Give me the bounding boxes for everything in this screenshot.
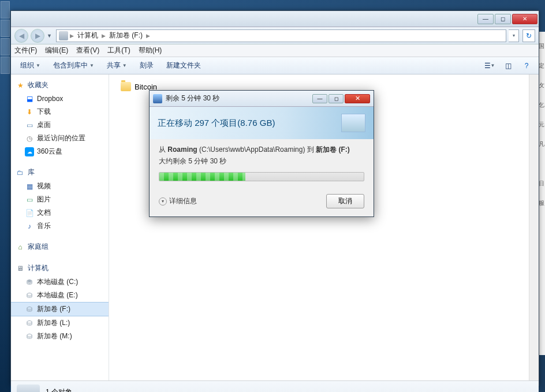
toolbar-include-library[interactable]: 包含到库中 ▼ [48,59,99,72]
navigation-row: ◀ ▶ ▼ ▶ 计算机 ▶ 新加卷 (F:) ▶ ▾ ↻ [11,27,539,44]
cloud-icon: ☁ [25,147,34,156]
dialog-eta-line: 大约剩余 5 分钟 30 秒 [159,156,364,166]
progress-bar [159,172,364,181]
file-move-dialog: 剩余 5 分钟 30 秒 — ◻ ✕ 正在移动 297 个项目(8.76 GB)… [149,90,374,217]
refresh-button[interactable]: ↻ [522,29,535,42]
sidebar-item-drive-m[interactable]: ⛁新加卷 (M:) [11,330,109,343]
drive-icon: ⛁ [25,332,34,341]
drive-icon: ⛃ [25,278,34,287]
close-button[interactable]: ✕ [512,14,537,24]
dialog-body: 从 Roaming (C:\Users\wwb\AppData\Roaming)… [150,139,374,189]
dialog-minimize-button[interactable]: — [312,94,327,103]
nav-back-button[interactable]: ◀ [14,29,28,43]
address-dropdown[interactable]: ▾ [509,29,519,42]
sidebar-item-pictures[interactable]: ▭图片 [11,193,109,206]
toolbar-new-folder[interactable]: 新建文件夹 [162,59,206,72]
dialog-titlebar[interactable]: 剩余 5 分钟 30 秒 — ◻ ✕ [150,91,374,107]
document-icon: 📄 [25,208,34,218]
vertical-scrollbar[interactable] [529,74,539,380]
sidebar-item-recent[interactable]: ◷最近访问的位置 [11,132,109,145]
sidebar-favorites-header[interactable]: ★收藏夹 [11,78,109,92]
menu-help[interactable]: 帮助(H) [139,46,162,55]
folder-icon [121,82,131,91]
breadcrumb-drive[interactable]: 新加卷 (F:) [107,30,144,41]
recent-icon: ◷ [25,134,34,143]
desktop-icon: ▭ [25,121,34,130]
copy-animation-icon [341,114,365,132]
dialog-footer: ▾ 详细信息 取消 [150,189,374,216]
toolbar: 组织 ▼ 包含到库中 ▼ 共享 ▼ 刻录 新建文件夹 ☰ ▼ ◫ ? [11,57,539,74]
status-item-count: 1 个对象 [46,387,72,392]
help-button[interactable]: ? [519,59,534,72]
dialog-headline: 正在移动 297 个项目(8.76 GB) [158,118,275,129]
sidebar-item-downloads[interactable]: ⬇下载 [11,105,109,118]
menu-bar: 文件(F) 编辑(E) 查看(V) 工具(T) 帮助(H) [11,44,539,57]
download-icon: ⬇ [25,107,34,117]
sidebar-item-dropbox[interactable]: ⬓Dropbox [11,92,109,105]
dialog-header-band: 正在移动 297 个项目(8.76 GB) [150,107,374,139]
chevron-down-icon: ▾ [159,197,167,206]
nav-history-dropdown[interactable]: ▼ [47,33,54,39]
toolbar-burn[interactable]: 刻录 [135,59,158,72]
drive-icon [59,31,68,40]
navigation-pane: ★收藏夹 ⬓Dropbox ⬇下载 ▭桌面 ◷最近访问的位置 ☁360云盘 🗀库… [11,74,109,380]
desktop-taskbar-left [0,0,10,392]
dialog-title: 剩余 5 分钟 30 秒 [166,94,311,103]
toolbar-organize[interactable]: 组织 ▼ [16,59,45,72]
sidebar-computer-header[interactable]: 🖥计算机 [11,261,109,275]
breadcrumb-computer[interactable]: 计算机 [76,30,100,41]
sidebar-libraries-header[interactable]: 🗀库 [11,165,109,180]
progress-fill [159,173,245,181]
homegroup-icon: ⌂ [16,242,25,252]
dialog-details-toggle[interactable]: ▾ 详细信息 [159,196,197,206]
sidebar-item-drive-c[interactable]: ⛃本地磁盘 (C:) [11,275,109,289]
drive-large-icon [17,384,40,393]
sidebar-item-music[interactable]: ♪音乐 [11,219,109,233]
breadcrumb-sep-icon: ▶ [70,33,74,39]
computer-icon: 🖥 [16,264,25,273]
pictures-icon: ▭ [25,195,34,204]
address-bar[interactable]: ▶ 计算机 ▶ 新加卷 (F:) ▶ [56,29,506,42]
window-titlebar[interactable]: — ◻ ✕ [11,11,539,27]
menu-view[interactable]: 查看(V) [76,46,99,55]
drive-icon: ⛁ [25,319,34,328]
sidebar-item-drive-l[interactable]: ⛁新加卷 (L:) [11,316,109,330]
breadcrumb-sep-icon: ▶ [146,33,150,39]
nav-forward-button[interactable]: ▶ [31,29,44,43]
sidebar-item-360cloud[interactable]: ☁360云盘 [11,145,109,158]
menu-tools[interactable]: 工具(T) [107,46,130,55]
view-options-button[interactable]: ☰ ▼ [482,59,497,72]
music-icon: ♪ [25,222,34,231]
dialog-close-button[interactable]: ✕ [345,94,370,103]
drive-icon: ⛁ [25,305,34,314]
maximize-button[interactable]: ◻ [495,14,511,24]
sidebar-item-drive-e[interactable]: ⛁本地磁盘 (E:) [11,289,109,302]
preview-pane-button[interactable]: ◫ [501,59,516,72]
video-icon: ▦ [25,182,34,191]
sidebar-item-video[interactable]: ▦视频 [11,180,109,193]
sidebar-homegroup-header[interactable]: ⌂家庭组 [11,240,109,254]
dialog-from-to-line: 从 Roaming (C:\Users\wwb\AppData\Roaming)… [159,145,364,155]
menu-file[interactable]: 文件(F) [14,46,37,55]
dialog-maximize-button[interactable]: ◻ [329,94,344,103]
dialog-app-icon [153,94,162,103]
dialog-cancel-button[interactable]: 取消 [326,194,364,208]
minimize-button[interactable]: — [477,14,494,24]
sidebar-item-drive-f[interactable]: ⛁新加卷 (F:) [11,302,109,316]
dropbox-icon: ⬓ [25,94,34,103]
sidebar-item-documents[interactable]: 📄文档 [11,206,109,219]
sidebar-item-desktop[interactable]: ▭桌面 [11,118,109,132]
library-icon: 🗀 [16,168,25,177]
toolbar-share[interactable]: 共享 ▼ [102,59,132,72]
breadcrumb-sep-icon: ▶ [102,33,106,39]
drive-icon: ⛁ [25,291,34,300]
star-icon: ★ [16,81,25,90]
status-bar: 1 个对象 [11,380,539,392]
menu-edit[interactable]: 编辑(E) [45,46,68,55]
